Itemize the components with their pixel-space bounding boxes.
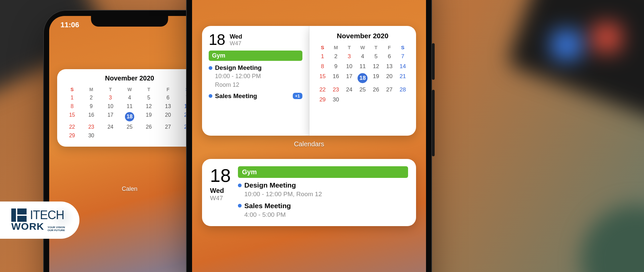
day-cell[interactable]: 2: [82, 93, 101, 102]
event-title: Design Meeting: [244, 181, 296, 189]
weekday-header: M: [329, 43, 343, 52]
day-cell[interactable]: 19: [139, 111, 159, 123]
day-cell[interactable]: 5: [139, 93, 159, 102]
month-widget-small[interactable]: November 2020 SMTWTFS1234567891011121314…: [57, 69, 202, 147]
event-item[interactable]: Design Meeting 10:00 - 12:00 PM Room 12: [209, 64, 302, 89]
day-cell[interactable]: 6: [383, 52, 396, 62]
weekday-header: S: [316, 43, 329, 52]
day-cell[interactable]: 4: [120, 93, 139, 102]
status-time: 11:06: [60, 21, 79, 29]
day-cell[interactable]: 20: [159, 111, 178, 123]
day-cell[interactable]: 18: [120, 111, 139, 123]
day-cell[interactable]: 23: [329, 85, 343, 95]
day-cell[interactable]: 13: [159, 102, 178, 111]
event-dot-icon: [238, 204, 242, 207]
day-cell[interactable]: 21: [396, 71, 409, 85]
day-cell[interactable]: 11: [356, 62, 369, 71]
day-cell[interactable]: 2: [329, 52, 343, 62]
day-cell[interactable]: 4: [356, 52, 369, 62]
widget-combo[interactable]: 18 Wed W47 Gym Design Meeting 10:00 - 12…: [202, 26, 416, 136]
day-cell[interactable]: 15: [62, 111, 82, 123]
day-cell[interactable]: 13: [383, 62, 396, 71]
day-cell[interactable]: 8: [62, 102, 82, 111]
day-cell[interactable]: 7: [396, 52, 409, 62]
day-cell[interactable]: 26: [139, 123, 159, 131]
month-title: November 2020: [62, 74, 197, 82]
weekday-header: W: [120, 85, 139, 93]
day-cell[interactable]: 22: [62, 123, 82, 131]
week-number: W47: [230, 40, 242, 47]
event-time: 10:00 - 12:00 PM: [215, 72, 302, 80]
weekday-header: F: [383, 43, 396, 52]
day-cell[interactable]: 10: [343, 62, 356, 71]
agenda-widget-wide[interactable]: 18 Wed W47 Gym Design Meeting 10:00 - 12…: [202, 159, 416, 226]
day-cell[interactable]: 24: [101, 123, 120, 131]
day-cell[interactable]: 3: [101, 93, 120, 102]
weekday-header: T: [101, 85, 120, 93]
day-cell[interactable]: 22: [316, 85, 329, 95]
day-cell[interactable]: 5: [369, 52, 382, 62]
day-name: Wed: [210, 187, 224, 195]
day-cell[interactable]: 29: [62, 131, 82, 140]
day-cell[interactable]: 14: [396, 62, 409, 71]
day-cell[interactable]: 18: [356, 71, 369, 85]
event-item[interactable]: Design Meeting 10:00 - 12:00 PM, Room 12: [238, 181, 408, 199]
day-cell[interactable]: 16: [329, 71, 343, 85]
day-cell[interactable]: 17: [101, 111, 120, 123]
allday-event[interactable]: Gym: [209, 51, 302, 61]
more-events-badge[interactable]: +1: [293, 93, 302, 99]
event-item[interactable]: Sales Meeting 4:00 - 5:00 PM: [238, 202, 408, 219]
month-grid: SMTWTFS123456789101112131415161718192021…: [316, 43, 410, 105]
day-cell[interactable]: 27: [383, 85, 396, 95]
day-cell[interactable]: 3: [343, 52, 356, 62]
day-cell[interactable]: 27: [159, 123, 178, 131]
widget-label: Calendars: [192, 140, 426, 148]
day-cell[interactable]: 25: [120, 123, 139, 131]
weekday-header: M: [82, 85, 101, 93]
phone-right-screen: 18 Wed W47 Gym Design Meeting 10:00 - 12…: [192, 0, 426, 272]
day-number: 18: [209, 32, 225, 47]
month-grid: SMTWTFS123456789101112131415161718192021…: [62, 85, 197, 140]
day-cell[interactable]: 9: [82, 102, 101, 111]
day-cell[interactable]: 23: [82, 123, 101, 131]
event-dot-icon: [209, 66, 212, 70]
day-cell[interactable]: 12: [369, 62, 382, 71]
agenda-widget[interactable]: 18 Wed W47 Gym Design Meeting 10:00 - 12…: [202, 26, 309, 136]
day-cell[interactable]: 25: [356, 85, 369, 95]
weekday-header: T: [369, 43, 382, 52]
day-cell[interactable]: 10: [101, 102, 120, 111]
weekday-header: F: [159, 85, 178, 93]
day-cell[interactable]: 11: [120, 102, 139, 111]
month-title: November 2020: [316, 32, 410, 40]
day-cell[interactable]: 24: [343, 85, 356, 95]
day-cell[interactable]: 19: [369, 71, 382, 85]
event-sub: 10:00 - 12:00 PM, Room 12: [244, 190, 408, 199]
day-cell[interactable]: 1: [62, 93, 82, 102]
day-cell[interactable]: 12: [139, 102, 159, 111]
weekday-header: W: [356, 43, 369, 52]
event-title: Sales Meeting: [215, 92, 257, 100]
day-name: Wed: [230, 33, 242, 40]
day-cell[interactable]: 8: [316, 62, 329, 71]
event-sub: 4:00 - 5:00 PM: [244, 210, 408, 219]
day-cell[interactable]: 26: [369, 85, 382, 95]
day-cell[interactable]: 17: [343, 71, 356, 85]
allday-event[interactable]: Gym: [238, 166, 408, 178]
day-cell[interactable]: 28: [396, 85, 409, 95]
day-cell[interactable]: 6: [159, 93, 178, 102]
day-cell[interactable]: 29: [316, 95, 329, 105]
weekday-header: T: [139, 85, 159, 93]
day-cell[interactable]: 30: [82, 131, 101, 140]
day-cell[interactable]: 15: [316, 71, 329, 85]
day-cell[interactable]: 20: [383, 71, 396, 85]
event-item[interactable]: Sales Meeting +1: [209, 92, 302, 100]
logo-h-icon: [11, 208, 27, 222]
day-cell[interactable]: 16: [82, 111, 101, 123]
day-cell[interactable]: 9: [329, 62, 343, 71]
day-cell[interactable]: 30: [329, 95, 343, 105]
month-widget[interactable]: November 2020 SMTWTFS1234567891011121314…: [309, 26, 416, 136]
day-cell[interactable]: 1: [316, 52, 329, 62]
weekday-header: T: [343, 43, 356, 52]
event-title: Design Meeting: [215, 64, 262, 71]
event-dot-icon: [238, 184, 242, 187]
